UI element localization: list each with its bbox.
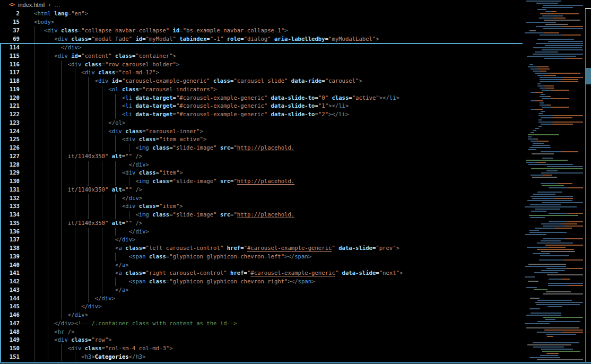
line-number[interactable]: 15	[0, 18, 20, 26]
code-line[interactable]: 127it/1140x350" alt="" />	[0, 152, 523, 161]
code-area[interactable]: 114</div>115<div id="content" class="con…	[0, 0, 523, 364]
indent-guide	[115, 177, 116, 186]
code-line[interactable]: 134<img class="slide-image" src="http://…	[0, 211, 523, 219]
sticky-scroll[interactable]: 2<html lang="en">15<body>37<div class="c…	[0, 9, 523, 43]
line-number[interactable]: 116	[0, 60, 20, 69]
code-line[interactable]: 145</div>	[0, 302, 523, 311]
indent-guide	[61, 60, 62, 69]
minimap-line	[542, 107, 569, 108]
line-number[interactable]: 129	[0, 169, 20, 177]
code-line[interactable]: 120<li data-target="#carousel-example-ge…	[0, 94, 523, 102]
code-line[interactable]: 142<span class="glyphicon glyphicon-chev…	[0, 278, 523, 286]
code-line[interactable]: 135it/1140x350" alt="" />	[0, 219, 523, 228]
code-line[interactable]: 37<div class="collapse navbar-collapse" …	[0, 26, 523, 34]
code-line[interactable]: 123</ol>	[0, 119, 523, 127]
line-number[interactable]: 146	[0, 311, 20, 319]
line-number[interactable]: 131	[0, 186, 20, 194]
code-line[interactable]: 129<div class="item">	[0, 169, 523, 177]
indent-guide	[34, 353, 34, 361]
line-number[interactable]: 140	[0, 261, 20, 270]
code-line[interactable]: 115<div id="content" class="container">	[0, 52, 523, 60]
line-number[interactable]: 132	[0, 194, 20, 203]
code-line[interactable]: 132</div>	[0, 194, 523, 203]
line-number[interactable]: 125	[0, 135, 20, 144]
indent-guide	[48, 286, 48, 294]
code-line[interactable]: 125<div class="item active">	[0, 135, 523, 144]
line-number[interactable]: 120	[0, 94, 20, 102]
indent-guide	[34, 236, 34, 244]
code-line[interactable]: 121<li data-target="#carousel-example-ge…	[0, 102, 523, 110]
line-number[interactable]: 147	[0, 319, 20, 328]
line-number[interactable]: 37	[0, 26, 20, 34]
line-number[interactable]: 149	[0, 336, 20, 344]
line-number[interactable]: 141	[0, 269, 20, 278]
code-line[interactable]: 126<img class="slide-image" src="http://…	[0, 144, 523, 152]
indent-guide	[102, 85, 102, 94]
line-number[interactable]: 148	[0, 328, 20, 336]
code-line[interactable]: 147</div><!-- /.container class with con…	[0, 319, 523, 328]
line-number[interactable]: 136	[0, 228, 20, 236]
line-number[interactable]: 133	[0, 202, 20, 211]
minimap-line	[542, 7, 573, 8]
line-number[interactable]: 117	[0, 68, 20, 77]
code-line[interactable]: 136</div>	[0, 228, 523, 236]
line-number[interactable]: 138	[0, 244, 20, 253]
code-line[interactable]: 122<li data-target="#carousel-example-ge…	[0, 110, 523, 119]
code-line[interactable]: 151<h3>Categories</h3>	[0, 353, 523, 361]
code-line[interactable]: 133<div class="item">	[0, 202, 523, 211]
code-line[interactable]: 118<div id="carousel-example-generic" cl…	[0, 77, 523, 85]
code-line[interactable]: 144</div>	[0, 294, 523, 303]
line-number[interactable]: 139	[0, 253, 20, 261]
line-number[interactable]: 114	[0, 44, 20, 52]
line-number[interactable]: 142	[0, 278, 20, 286]
line-number[interactable]: 118	[0, 77, 20, 85]
line-number[interactable]: 127	[0, 152, 20, 161]
code-line[interactable]: 140</a>	[0, 261, 523, 270]
code-line[interactable]: 124<div class="carousel-inner">	[0, 127, 523, 136]
line-number[interactable]: 145	[0, 302, 20, 311]
line-number[interactable]: 135	[0, 219, 20, 228]
code-line[interactable]: 128</div>	[0, 161, 523, 169]
token: class	[81, 345, 101, 351]
line-number[interactable]: 69	[0, 34, 20, 43]
minimap-line	[542, 98, 569, 99]
code-line[interactable]: 130<img class="slide-image" src="http://…	[0, 177, 523, 186]
line-number[interactable]: 137	[0, 236, 20, 244]
vertical-scrollbar[interactable]	[586, 9, 591, 362]
code-line[interactable]: 69<div class="modal fade" id="myModal" t…	[0, 34, 523, 43]
minimap[interactable]	[523, 0, 585, 362]
line-number[interactable]: 134	[0, 211, 20, 219]
code-line[interactable]: 116<div class="row carousel-holder">	[0, 60, 523, 69]
code-line[interactable]: 131it/1140x350" alt="" />	[0, 186, 523, 194]
code-line[interactable]: 141<a class="right carousel-control" hre…	[0, 269, 523, 278]
line-number[interactable]: 2	[0, 9, 20, 18]
code-line[interactable]: 2<html lang="en">	[0, 9, 523, 18]
line-number[interactable]: 150	[0, 344, 20, 353]
line-number[interactable]: 119	[0, 85, 20, 94]
code-line[interactable]: 137</div>	[0, 236, 523, 244]
code-line[interactable]: 139<span class="glyphicon glyphicon-chev…	[0, 253, 523, 261]
code-line[interactable]: 119<ol class="carousel-indicators">	[0, 85, 523, 94]
code-line[interactable]: 146</div>	[0, 311, 523, 319]
line-number[interactable]: 121	[0, 102, 20, 110]
code-line[interactable]: 149<div class="row">	[0, 336, 523, 344]
code-line[interactable]: 150<div class="col-sm-4 col-md-3">	[0, 344, 523, 353]
code-line[interactable]: 117<div class="col-md-12">	[0, 68, 523, 77]
code-line[interactable]: 138<a class="left carousel-control" href…	[0, 244, 523, 253]
line-number[interactable]: 128	[0, 161, 20, 169]
minimap-line	[535, 51, 558, 53]
code-line[interactable]: 15<body>	[0, 18, 523, 26]
line-number[interactable]: 126	[0, 144, 20, 152]
line-number[interactable]: 123	[0, 119, 20, 127]
line-number[interactable]: 115	[0, 52, 20, 60]
line-number[interactable]: 151	[0, 353, 20, 361]
code-line[interactable]: 114</div>	[0, 44, 523, 52]
line-number[interactable]: 144	[0, 294, 20, 303]
line-number[interactable]: 122	[0, 110, 20, 119]
code-line[interactable]: 148<hr />	[0, 328, 523, 336]
code-line[interactable]: 143</a>	[0, 286, 523, 294]
line-number[interactable]: 124	[0, 127, 20, 136]
line-number[interactable]: 143	[0, 286, 20, 294]
line-number[interactable]: 130	[0, 177, 20, 186]
scrollbar-slider[interactable]	[586, 68, 591, 84]
